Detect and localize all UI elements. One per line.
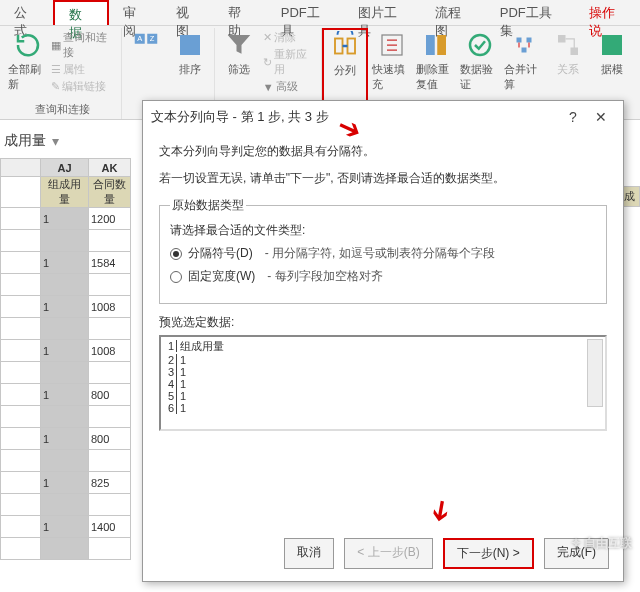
tab-data[interactable]: 数据 [53, 0, 110, 25]
radio-off-icon [170, 271, 182, 283]
dedup-icon [421, 30, 451, 60]
tab-review[interactable]: 审阅 [109, 0, 162, 25]
table-row[interactable]: 11200 [1, 208, 131, 230]
filter-reapply[interactable]: ↻ 重新应用 [263, 47, 317, 77]
edit-links[interactable]: ✎ 编辑链接 [51, 79, 117, 94]
table-row[interactable]: 11008 [1, 296, 131, 318]
radio-fixed-width[interactable]: 固定宽度(W) - 每列字段加空格对齐 [170, 268, 596, 285]
dialog-close-button[interactable]: ✕ [587, 109, 615, 125]
finish-button[interactable]: 完成(F) [544, 538, 609, 569]
table-row[interactable] [1, 230, 131, 252]
svg-text:A: A [138, 34, 143, 43]
tab-flow[interactable]: 流程图 [421, 0, 486, 25]
svg-rect-9 [437, 35, 446, 55]
svg-rect-4 [180, 35, 200, 55]
svg-point-10 [470, 35, 490, 55]
table-row[interactable] [1, 362, 131, 384]
choose-label: 请选择最合适的文件类型: [170, 222, 596, 239]
header-cell-1[interactable]: 组成用量 [41, 177, 89, 208]
svg-rect-11 [558, 35, 566, 43]
table-row[interactable] [1, 274, 131, 296]
consolidate-icon [509, 30, 539, 60]
filter-advanced[interactable]: ▼ 高级 [263, 79, 317, 94]
radio-on-icon [170, 248, 182, 260]
sort-az-button[interactable]: AZ [126, 30, 166, 60]
filter-icon [224, 30, 254, 60]
worksheet-grid[interactable]: AJ AK 组成用量 合同数量 112001158411008110081800… [0, 158, 131, 560]
next-button[interactable]: 下一步(N) > [443, 538, 534, 569]
table-row[interactable]: 11400 [1, 516, 131, 538]
remove-duplicates-button[interactable]: 删除重复值 [416, 30, 456, 92]
tab-pic[interactable]: 图片工具 [344, 0, 421, 25]
col-header-ak[interactable]: AK [89, 159, 131, 177]
split-columns-icon [330, 31, 360, 61]
svg-rect-6 [348, 39, 356, 54]
text-to-columns-button[interactable]: 分列 [325, 31, 365, 78]
col-header-aj[interactable]: AJ [41, 159, 89, 177]
filter-button[interactable]: 筛选 [219, 30, 258, 77]
table-row[interactable]: 11584 [1, 252, 131, 274]
tab-pdf[interactable]: PDF工具 [267, 0, 344, 25]
refresh-icon [13, 30, 43, 60]
table-row[interactable] [1, 406, 131, 428]
svg-text:Z: Z [150, 34, 155, 43]
data-validation-button[interactable]: 数据验证 [460, 30, 500, 92]
ribbon-tabs: 公式 数据 审阅 视图 帮助 PDF工具 图片工具 流程图 PDF工具集 操作说 [0, 0, 640, 26]
preview-label: 预览选定数据: [159, 314, 607, 331]
flash-fill-button[interactable]: 快速填充 [372, 30, 412, 92]
sort-button[interactable]: 排序 [170, 30, 210, 77]
dialog-info-2: 若一切设置无误, 请单击"下一步", 否则请选择最合适的数据类型。 [159, 170, 607, 187]
tab-view[interactable]: 视图 [162, 0, 215, 25]
tab-tip[interactable]: 操作说 [575, 0, 640, 25]
text-wizard-dialog: 文本分列向导 - 第 1 步, 共 3 步 ? ✕ 文本分列向导判定您的数据具有… [142, 100, 624, 582]
tab-pdfset[interactable]: PDF工具集 [486, 0, 575, 25]
table-row[interactable] [1, 450, 131, 472]
relate-icon [553, 30, 583, 60]
svg-rect-13 [602, 35, 622, 55]
svg-rect-5 [335, 39, 343, 54]
consolidate-button[interactable]: 合并计算 [504, 30, 544, 92]
table-row[interactable] [1, 538, 131, 560]
group-queries-label: 查询和连接 [35, 102, 90, 117]
table-row[interactable]: 1825 [1, 472, 131, 494]
properties[interactable]: ☰ 属性 [51, 62, 117, 77]
sort-az-icon: AZ [131, 30, 161, 60]
table-row[interactable]: 11008 [1, 340, 131, 362]
sort-icon [175, 30, 205, 60]
fieldset-legend: 原始数据类型 [170, 197, 246, 214]
dialog-info-1: 文本分列向导判定您的数据具有分隔符。 [159, 143, 607, 160]
table-row[interactable] [1, 494, 131, 516]
validation-icon [465, 30, 495, 60]
preview-box: 1 组成用量2 13 14 15 16 1 [159, 335, 607, 431]
table-row[interactable] [1, 318, 131, 340]
data-model-icon [597, 30, 627, 60]
header-cell-2[interactable]: 合同数量 [89, 177, 131, 208]
table-row[interactable]: 1800 [1, 384, 131, 406]
group-queries: 全部刷新 ▦ 查询和连接 ☰ 属性 ✎ 编辑链接 查询和连接 [4, 28, 122, 119]
cancel-button[interactable]: 取消 [284, 538, 334, 569]
tab-formula[interactable]: 公式 [0, 0, 53, 25]
filter-clear[interactable]: ✕ 清除 [263, 30, 317, 45]
data-model-button[interactable]: 据模 [592, 30, 632, 77]
dialog-help-button[interactable]: ? [559, 109, 587, 125]
tab-help[interactable]: 帮助 [214, 0, 267, 25]
queries-connections[interactable]: ▦ 查询和连接 [51, 30, 117, 60]
original-data-type-group: 原始数据类型 请选择最合适的文件类型: 分隔符号(D) - 用分隔字符, 如逗号… [159, 197, 607, 304]
table-row[interactable]: 1800 [1, 428, 131, 450]
preview-scrollbar[interactable] [587, 339, 603, 407]
svg-rect-8 [426, 35, 435, 55]
radio-delimited[interactable]: 分隔符号(D) - 用分隔字符, 如逗号或制表符分隔每个字段 [170, 245, 596, 262]
relationships-button[interactable]: 关系 [548, 30, 588, 77]
refresh-all-button[interactable]: 全部刷新 [8, 30, 47, 92]
flash-fill-icon [377, 30, 407, 60]
dialog-title: 文本分列向导 - 第 1 步, 共 3 步 [151, 108, 329, 126]
back-button: < 上一步(B) [344, 538, 432, 569]
